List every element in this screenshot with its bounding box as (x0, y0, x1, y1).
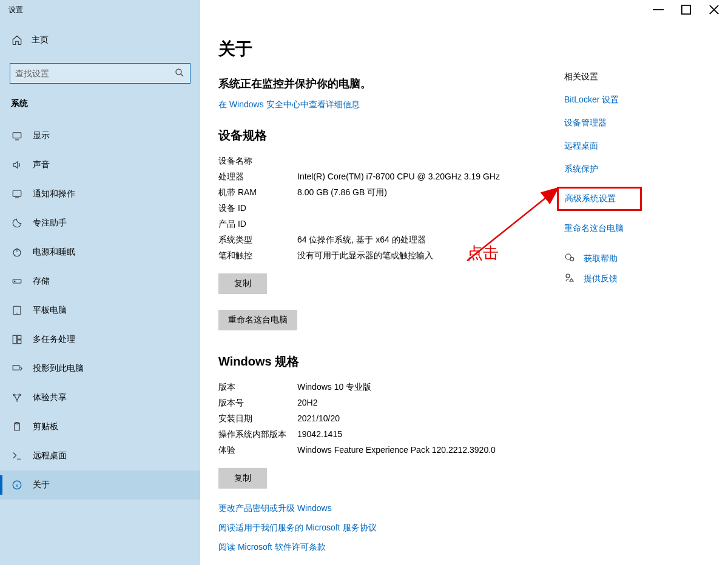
svg-point-13 (19, 394, 21, 396)
nav-label: 远程桌面 (33, 450, 67, 461)
window-title: 设置 (8, 5, 23, 15)
spec-value (297, 219, 552, 230)
maximize-button[interactable] (672, 0, 700, 19)
spec-row: 操作系统内部版本19042.1415 (218, 427, 552, 443)
spec-value: 8.00 GB (7.86 GB 可用) (297, 187, 552, 198)
feedback-link[interactable]: 提供反馈 (584, 273, 618, 284)
spec-label: 系统类型 (218, 235, 297, 246)
svg-point-20 (566, 274, 570, 278)
clipboard-icon (11, 421, 23, 433)
spec-value: 19042.1415 (297, 429, 552, 440)
spec-label: 版本号 (218, 398, 297, 409)
spec-label: 笔和触控 (218, 250, 297, 261)
sidebar-item-about[interactable]: 关于 (0, 470, 200, 500)
svg-rect-10 (18, 340, 21, 344)
windows-spec-title: Windows 规格 (218, 353, 552, 370)
spec-value: 20H2 (297, 398, 552, 409)
project-icon (11, 363, 23, 375)
spec-value: 64 位操作系统, 基于 x64 的处理器 (297, 235, 552, 246)
svg-rect-8 (13, 335, 16, 344)
nav-label: 平板电脑 (33, 305, 67, 316)
copy-windows-spec-button[interactable]: 复制 (218, 468, 267, 489)
rename-pc-button[interactable]: 重命名这台电脑 (218, 310, 297, 330)
close-button[interactable] (700, 0, 728, 19)
nav-label: 显示 (33, 130, 50, 141)
sidebar-item-tablet[interactable]: 平板电脑 (0, 296, 200, 325)
spec-value (297, 203, 552, 214)
spec-row: 机带 RAM8.00 GB (7.86 GB 可用) (218, 185, 552, 201)
search-box[interactable] (10, 63, 190, 84)
sidebar-item-project[interactable]: 投影到此电脑 (0, 354, 200, 383)
titlebar: 设置 (0, 0, 728, 19)
nav-label: 体验共享 (33, 392, 67, 403)
sidebar-item-storage[interactable]: 存储 (0, 267, 200, 296)
tablet-icon (11, 304, 23, 316)
spec-label: 设备 ID (218, 203, 297, 214)
sidebar-item-multitask[interactable]: 多任务处理 (0, 325, 200, 354)
related-title: 相关设置 (564, 72, 722, 82)
spec-row: 设备 ID (218, 201, 552, 216)
multitask-icon (11, 333, 23, 346)
display-icon (11, 130, 23, 142)
spec-row: 版本号20H2 (218, 395, 552, 411)
feedback-icon (564, 272, 575, 285)
sidebar-item-clipboard[interactable]: 剪贴板 (0, 412, 200, 441)
sidebar: 主页 系统 显示 声音 (0, 19, 200, 565)
related-device-manager[interactable]: 设备管理器 (564, 118, 722, 129)
sidebar-item-notifications[interactable]: 通知和操作 (0, 179, 200, 209)
spec-value: Windows Feature Experience Pack 120.2212… (297, 445, 552, 456)
related-bitlocker[interactable]: BitLocker 设置 (564, 95, 722, 105)
nav-label: 剪贴板 (33, 421, 58, 432)
spec-value: 2021/10/20 (297, 413, 552, 424)
protect-heading: 系统正在监控并保护你的电脑。 (218, 76, 552, 91)
spec-row: 处理器Intel(R) Core(TM) i7-8700 CPU @ 3.20G… (218, 169, 552, 185)
spec-row: 设备名称 (218, 153, 552, 169)
sidebar-item-remote[interactable]: 远程桌面 (0, 441, 200, 470)
spec-label: 处理器 (218, 172, 297, 182)
home-label: 主页 (32, 35, 49, 45)
nav-label: 投影到此电脑 (33, 363, 84, 374)
related-system-protect[interactable]: 系统保护 (564, 164, 722, 175)
minimize-button[interactable] (644, 0, 672, 19)
services-agreement-link[interactable]: 阅读适用于我们服务的 Microsoft 服务协议 (218, 523, 552, 533)
sidebar-section-label: 系统 (0, 95, 200, 115)
sidebar-item-sound[interactable]: 声音 (0, 150, 200, 179)
nav-label: 通知和操作 (33, 189, 75, 199)
annotation-text: 点击 (467, 242, 499, 264)
svg-point-14 (16, 400, 18, 401)
sidebar-item-shared[interactable]: 体验共享 (0, 383, 200, 412)
sound-icon (11, 159, 23, 171)
spec-label: 版本 (218, 382, 297, 393)
svg-point-12 (13, 394, 15, 396)
device-spec-title: 设备规格 (218, 127, 552, 144)
security-center-link[interactable]: 在 Windows 安全中心中查看详细信息 (218, 99, 552, 110)
license-terms-link[interactable]: 阅读 Microsoft 软件许可条款 (218, 542, 552, 553)
sidebar-item-focus[interactable]: 专注助手 (0, 209, 200, 238)
product-key-link[interactable]: 更改产品密钥或升级 Windows (218, 503, 552, 514)
spec-label: 操作系统内部版本 (218, 429, 297, 440)
svg-rect-11 (13, 366, 19, 370)
spec-row: 体验Windows Feature Experience Pack 120.22… (218, 443, 552, 458)
storage-icon (11, 275, 23, 287)
sidebar-item-power[interactable]: 电源和睡眠 (0, 238, 200, 267)
svg-rect-2 (13, 133, 21, 138)
get-help-link[interactable]: 获取帮助 (584, 253, 618, 264)
about-icon (11, 479, 23, 491)
nav-label: 电源和睡眠 (33, 247, 75, 258)
spec-row: 笔和触控没有可用于此显示器的笔或触控输入 (218, 248, 552, 264)
copy-device-spec-button[interactable]: 复制 (218, 273, 267, 294)
related-rename-pc[interactable]: 重命名这台电脑 (564, 223, 722, 234)
svg-point-1 (176, 69, 181, 75)
spec-value: Windows 10 专业版 (297, 382, 552, 393)
related-panel: 相关设置 BitLocker 设置 设备管理器 远程桌面 系统保护 高级系统设置… (552, 38, 722, 565)
nav-label: 存储 (33, 276, 50, 287)
related-remote-desktop[interactable]: 远程桌面 (564, 141, 722, 152)
home-icon (11, 34, 23, 46)
search-input[interactable] (15, 69, 174, 78)
related-advanced-system[interactable]: 高级系统设置 (557, 187, 642, 211)
sidebar-item-display[interactable]: 显示 (0, 121, 200, 150)
spec-value (297, 156, 552, 167)
nav-label: 专注助手 (33, 218, 67, 229)
nav-label: 多任务处理 (33, 334, 75, 345)
sidebar-home[interactable]: 主页 (0, 28, 200, 52)
